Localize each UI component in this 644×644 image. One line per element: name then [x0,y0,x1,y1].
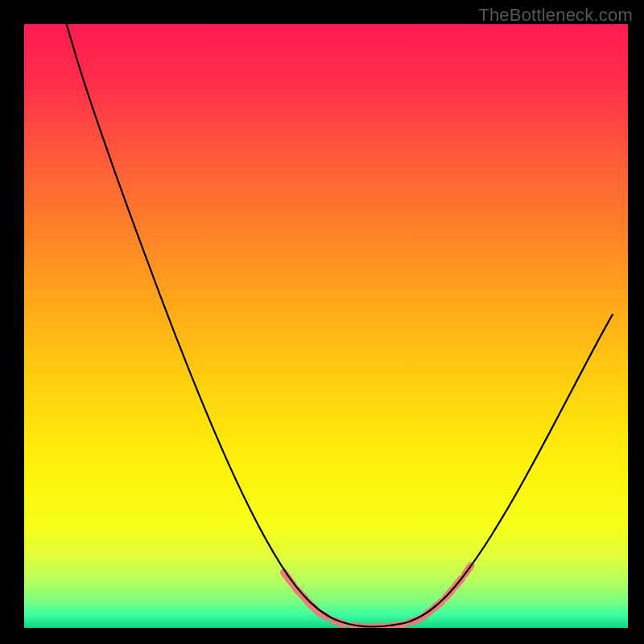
bottleneck-curve-chart [0,0,644,644]
chart-gradient-background [24,24,628,628]
chart-container: TheBottleneck.com [0,0,644,644]
watermark-text: TheBottleneck.com [478,5,633,26]
